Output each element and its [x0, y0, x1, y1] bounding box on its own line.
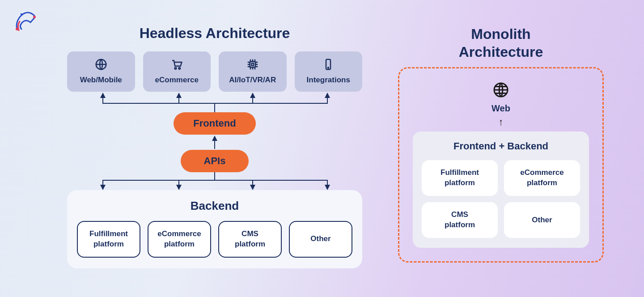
connector-apis-to-backend [67, 172, 362, 190]
channel-card-web-mobile: Web/Mobile [67, 51, 135, 92]
svg-point-4 [175, 68, 177, 69]
svg-point-9 [328, 68, 329, 68]
svg-rect-7 [251, 64, 254, 66]
backend-card-fulfillment: Fulfillment platform [77, 221, 140, 258]
svg-point-1 [33, 16, 36, 18]
monolith-panel-title: Frontend + Backend [422, 140, 580, 152]
svg-point-5 [179, 68, 181, 69]
svg-rect-6 [250, 62, 256, 68]
monolith-title: Monolith Architecture [398, 25, 604, 61]
headless-title: Headless Architecture [67, 25, 362, 42]
channel-card-ecommerce: eCommerce [143, 51, 211, 92]
channel-cards-row: Web/Mobile eCommerce AI/IoT/VR/AR Integr… [67, 51, 362, 92]
backend-card-ecommerce: eCommerce platform [148, 221, 211, 258]
backend-panel: Backend Fulfillment platform eCommerce p… [67, 190, 362, 268]
arrow-up-icon: ↑ [413, 116, 589, 128]
chip-icon [246, 58, 259, 71]
channel-label: Web/Mobile [80, 76, 122, 85]
monolith-web-label: Web [413, 103, 589, 114]
phone-icon [322, 58, 335, 71]
channel-card-integrations: Integrations [295, 51, 363, 92]
connector-apis-to-frontend [206, 135, 224, 150]
monolith-architecture-column: Monolith Architecture Web ↑ Frontend + B… [398, 25, 604, 263]
frontend-pill: Frontend [174, 112, 255, 135]
channel-label: Integrations [307, 76, 350, 85]
monolith-dashed-box: Web ↑ Frontend + Backend Fulfillment pla… [398, 67, 604, 263]
mono-card-ecommerce: eCommerce platform [504, 160, 580, 196]
mono-card-other: Other [504, 202, 580, 238]
globe-icon [492, 81, 510, 99]
channel-card-ai-iot: AI/IoT/VR/AR [219, 51, 287, 92]
cart-icon [170, 58, 183, 71]
brand-logo [13, 9, 39, 34]
mono-card-fulfillment: Fulfillment platform [422, 160, 498, 196]
backend-card-other: Other [289, 221, 352, 258]
svg-point-2 [21, 13, 22, 15]
apis-pill: APIs [181, 150, 249, 172]
connector-frontend-to-channels [67, 92, 362, 112]
headless-architecture-column: Headless Architecture Web/Mobile eCommer… [67, 25, 362, 268]
monolith-panel: Frontend + Backend Fulfillment platform … [413, 132, 589, 248]
mono-card-cms: CMS platform [422, 202, 498, 238]
svg-point-0 [16, 28, 18, 30]
globe-icon [94, 58, 108, 71]
backend-title: Backend [77, 199, 352, 213]
backend-card-cms: CMS platform [218, 221, 282, 258]
channel-label: eCommerce [155, 76, 199, 85]
channel-label: AI/IoT/VR/AR [229, 76, 276, 85]
